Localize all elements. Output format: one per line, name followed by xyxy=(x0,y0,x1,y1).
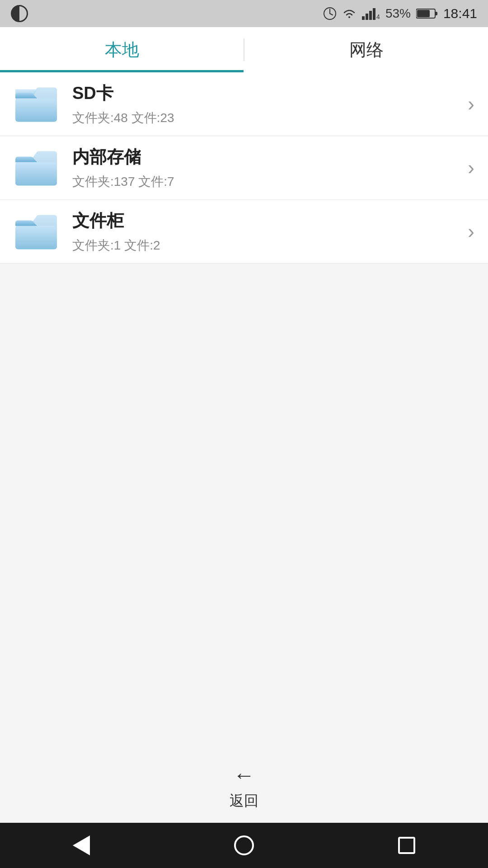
signal-icon: 4G xyxy=(362,7,380,20)
back-label: 返回 xyxy=(230,791,258,811)
list-item-sd-card[interactable]: SD卡 文件夹:48 文件:23 › xyxy=(0,72,488,136)
item-info-internal: 内部存储 文件夹:137 文件:7 xyxy=(72,146,468,190)
nav-home-button[interactable] xyxy=(226,832,262,859)
status-right: 4G 53% 18:41 xyxy=(323,6,477,21)
nav-bar xyxy=(0,823,488,868)
content-area: SD卡 文件夹:48 文件:23 › xyxy=(0,72,488,823)
svg-rect-13 xyxy=(15,226,57,250)
nav-back-icon xyxy=(73,835,90,855)
empty-space xyxy=(0,264,488,750)
svg-text:4G: 4G xyxy=(376,13,380,20)
chevron-internal: › xyxy=(468,156,474,179)
item-name-internal: 内部存储 xyxy=(72,146,468,169)
item-name-cabinet: 文件柜 xyxy=(72,209,468,232)
tab-bar: 本地 网络 xyxy=(0,27,488,72)
status-time: 18:41 xyxy=(443,6,477,21)
folder-icon-internal xyxy=(14,145,59,190)
folder-icon-sd xyxy=(14,81,59,127)
item-info-cabinet: 文件柜 文件夹:1 文件:2 xyxy=(72,209,468,254)
theme-icon xyxy=(11,5,28,22)
item-meta-internal: 文件夹:137 文件:7 xyxy=(72,173,468,190)
folder-icon-cabinet xyxy=(14,209,59,254)
clock-icon xyxy=(323,7,337,20)
nav-back-button[interactable] xyxy=(63,832,99,859)
tab-indicator xyxy=(0,70,244,72)
chevron-cabinet: › xyxy=(468,220,474,243)
battery-icon xyxy=(416,8,438,19)
svg-line-2 xyxy=(330,14,333,15)
nav-recents-button[interactable] xyxy=(389,832,425,859)
list-item-cabinet[interactable]: 文件柜 文件夹:1 文件:2 › xyxy=(0,200,488,264)
status-left xyxy=(11,5,28,22)
svg-rect-10 xyxy=(417,10,430,17)
nav-recents-icon xyxy=(398,837,415,854)
wifi-icon xyxy=(342,7,357,20)
tab-network[interactable]: 网络 xyxy=(244,27,488,72)
status-bar: 4G 53% 18:41 xyxy=(0,0,488,27)
item-info-sd: SD卡 文件夹:48 文件:23 xyxy=(72,82,468,127)
svg-rect-6 xyxy=(373,8,375,20)
item-meta-cabinet: 文件夹:1 文件:2 xyxy=(72,237,468,254)
svg-rect-9 xyxy=(435,12,437,15)
svg-rect-12 xyxy=(15,162,57,186)
svg-rect-11 xyxy=(15,99,57,122)
svg-rect-3 xyxy=(362,16,365,20)
back-button-area[interactable]: ← 返回 xyxy=(0,750,488,823)
svg-rect-4 xyxy=(366,14,368,20)
nav-home-icon xyxy=(234,835,254,855)
list-item-internal[interactable]: 内部存储 文件夹:137 文件:7 › xyxy=(0,136,488,200)
tab-local[interactable]: 本地 xyxy=(0,27,244,72)
svg-rect-5 xyxy=(369,11,372,20)
item-name-sd: SD卡 xyxy=(72,82,468,105)
item-meta-sd: 文件夹:48 文件:23 xyxy=(72,109,468,127)
battery-percent: 53% xyxy=(385,6,411,21)
back-arrow-icon: ← xyxy=(233,763,255,788)
chevron-sd: › xyxy=(468,93,474,115)
